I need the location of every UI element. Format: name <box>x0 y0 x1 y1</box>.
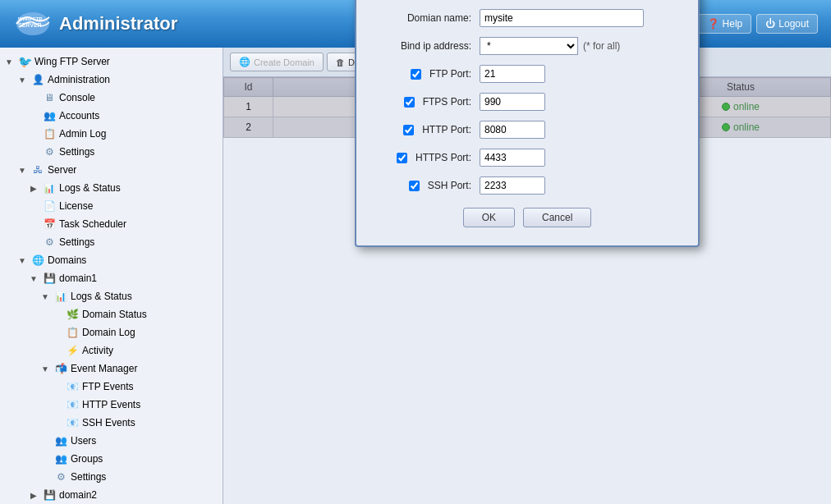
ftps-port-input[interactable] <box>480 93 545 111</box>
create-domain-button[interactable]: 🌐 Create Domain <box>230 53 324 71</box>
sidebar-item-activity[interactable]: ⚡ Activity <box>0 341 223 360</box>
sidebar-label-task-scheduler: Task Scheduler <box>59 218 126 230</box>
sidebar-label-http-events: HTTP Events <box>82 399 140 410</box>
sidebar: ▼ 🐦 Wing FTP Server ▼ 👤 Administration 🖥… <box>0 48 223 504</box>
sidebar-item-domain1-logs[interactable]: ▼ 📊 Logs & Status <box>0 287 223 305</box>
svg-text:SERVER: SERVER <box>18 22 42 28</box>
accounts-icon: 👥 <box>43 109 56 122</box>
http-port-checkbox[interactable] <box>403 125 414 135</box>
sidebar-item-domain1[interactable]: ▼ 💾 domain1 <box>0 269 223 287</box>
sidebar-item-ssh-events[interactable]: 📧 SSH Events <box>0 414 223 432</box>
ftp-events-icon: 📧 <box>66 380 79 393</box>
sidebar-item-administration[interactable]: ▼ 👤 Administration <box>0 71 223 89</box>
https-port-label: HTTPS Port: <box>416 152 471 163</box>
ftps-port-checkbox[interactable] <box>404 97 415 108</box>
form-row-ssh-port: SSH Port: <box>373 176 682 195</box>
ssh-port-checkbox[interactable] <box>409 181 420 191</box>
bind-ip-label: Bind ip address: <box>373 40 480 52</box>
domain-logs-icon: 📊 <box>54 290 67 303</box>
logs-icon: 📊 <box>43 181 56 195</box>
groups-icon: 👥 <box>54 452 67 465</box>
logo-icon: WING FTP SERVER <box>13 7 53 40</box>
domain-status-icon: 🌿 <box>66 308 79 321</box>
help-icon: ❓ <box>707 18 719 30</box>
https-port-checkbox[interactable] <box>397 153 407 163</box>
sidebar-label-domain2: domain2 <box>59 489 97 501</box>
header-app-title: Administrator <box>59 13 177 34</box>
sidebar-label-settings-admin: Settings <box>59 146 94 158</box>
svg-text:WING FTP: WING FTP <box>18 16 42 21</box>
toggle-icon: ▼ <box>3 57 15 66</box>
toggle-icon: ▼ <box>16 256 28 265</box>
ok-button[interactable]: OK <box>463 208 515 227</box>
sidebar-item-logs-status[interactable]: ▶ 📊 Logs & Status <box>0 179 223 197</box>
form-row-domain-name: Domian name: <box>373 9 682 27</box>
sidebar-item-settings-admin[interactable]: ⚙ Settings <box>0 143 223 161</box>
sidebar-label-domain1-logs: Logs & Status <box>71 291 132 302</box>
settings-admin-icon: ⚙ <box>43 145 56 158</box>
http-port-input[interactable] <box>480 121 545 139</box>
sidebar-item-domain2[interactable]: ▶ 💾 domain2 <box>0 486 223 504</box>
sidebar-item-event-manager[interactable]: ▼ 📬 Event Manager <box>0 360 223 378</box>
toggle-icon: ▼ <box>39 364 51 373</box>
https-port-input[interactable] <box>480 149 545 167</box>
sidebar-label-users: Users <box>71 435 96 447</box>
sidebar-item-server[interactable]: ▼ 🖧 Server <box>0 161 223 179</box>
license-icon: 📄 <box>43 199 56 213</box>
task-scheduler-icon: 📅 <box>43 218 56 231</box>
sidebar-label-groups: Groups <box>71 453 103 465</box>
form-row-bind-ip: Bind ip address: * (* for all) <box>373 37 682 55</box>
help-button[interactable]: ❓ Help <box>698 14 752 34</box>
administration-icon: 👤 <box>31 73 44 86</box>
create-domain-dialog: Create Domain ✕ Domian name: Bind ip add… <box>355 0 700 247</box>
sidebar-label-admin-log: Admin Log <box>59 128 106 140</box>
sidebar-label-logs-status: Logs & Status <box>59 182 121 194</box>
dialog-buttons: OK Cancel <box>373 208 682 231</box>
sidebar-item-users[interactable]: 👥 Users <box>0 432 223 450</box>
admin-log-icon: 📋 <box>43 127 56 140</box>
sidebar-item-accounts[interactable]: 👥 Accounts <box>0 107 223 125</box>
sidebar-item-domains[interactable]: ▼ 🌐 Domains <box>0 251 223 269</box>
create-domain-icon: 🌐 <box>239 57 250 67</box>
domains-icon: 🌐 <box>31 254 44 267</box>
ssh-port-input[interactable] <box>480 176 545 195</box>
cancel-button[interactable]: Cancel <box>523 208 591 227</box>
sidebar-label-ftp-events: FTP Events <box>82 381 133 392</box>
sidebar-item-domain-status[interactable]: 🌿 Domain Status <box>0 305 223 323</box>
sidebar-label-domain1: domain1 <box>59 273 97 284</box>
main-layout: ▼ 🐦 Wing FTP Server ▼ 👤 Administration 🖥… <box>0 48 831 504</box>
toggle-icon: ▶ <box>28 184 39 193</box>
sidebar-label-accounts: Accounts <box>59 110 99 121</box>
domain2-icon: 💾 <box>43 488 56 502</box>
sidebar-label-activity: Activity <box>82 345 113 356</box>
toggle-icon: ▼ <box>28 274 39 283</box>
sidebar-item-domain-log[interactable]: 📋 Domain Log <box>0 323 223 341</box>
sidebar-item-ftp-events[interactable]: 📧 FTP Events <box>0 378 223 396</box>
sidebar-item-license[interactable]: 📄 License <box>0 197 223 215</box>
users-icon: 👥 <box>54 434 67 447</box>
form-row-http-port: HTTP Port: <box>373 121 682 139</box>
console-icon: 🖥 <box>43 91 56 104</box>
logout-button[interactable]: ⏻ Logout <box>756 14 818 34</box>
event-manager-icon: 📬 <box>54 362 67 375</box>
sidebar-item-wing-ftp[interactable]: ▼ 🐦 Wing FTP Server <box>0 53 223 71</box>
dialog-body: Domian name: Bind ip address: * (* for a… <box>356 0 698 245</box>
sidebar-item-http-events[interactable]: 📧 HTTP Events <box>0 396 223 414</box>
sidebar-item-settings-domain[interactable]: ⚙ Settings <box>0 468 223 486</box>
domain-name-label: Domian name: <box>373 12 480 24</box>
bind-ip-select[interactable]: * <box>480 37 578 55</box>
sidebar-item-settings-server[interactable]: ⚙ Settings <box>0 233 223 251</box>
settings-domain-icon: ⚙ <box>54 470 67 483</box>
toggle-icon: ▶ <box>28 491 39 500</box>
sidebar-item-console[interactable]: 🖥 Console <box>0 89 223 107</box>
ssh-events-icon: 📧 <box>66 416 79 429</box>
sidebar-label-server: Server <box>48 164 76 176</box>
sidebar-item-groups[interactable]: 👥 Groups <box>0 450 223 468</box>
ftp-port-input[interactable] <box>480 65 545 83</box>
domain-name-input[interactable] <box>480 9 644 27</box>
form-row-ftp-port: FTP Port: <box>373 65 682 83</box>
sidebar-item-task-scheduler[interactable]: 📅 Task Scheduler <box>0 215 223 233</box>
form-row-ftps-port: FTPS Port: <box>373 93 682 111</box>
sidebar-item-admin-log[interactable]: 📋 Admin Log <box>0 125 223 143</box>
ftp-port-checkbox[interactable] <box>411 69 421 80</box>
